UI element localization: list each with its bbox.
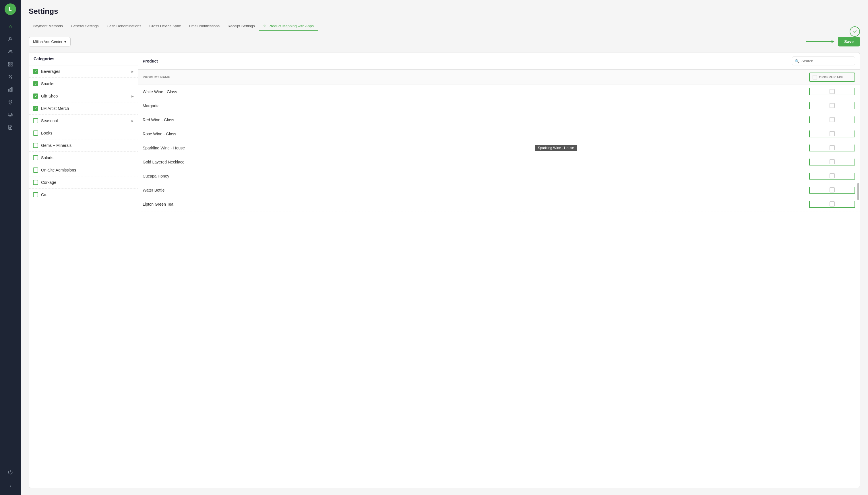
collapse-sidebar-button[interactable]: ›: [4, 480, 16, 492]
table-row[interactable]: Gold Layered Necklace: [138, 155, 860, 169]
percent-icon[interactable]: [4, 71, 16, 83]
settings-tabs: Payment Methods General Settings Cash De…: [29, 21, 318, 31]
category-checkbox-seasonal[interactable]: [33, 118, 38, 123]
table-row[interactable]: Rose Wine - Glass: [138, 127, 860, 141]
device-icon[interactable]: [4, 109, 16, 120]
category-checkbox-giftshop[interactable]: [33, 93, 38, 99]
category-checkbox-onsite[interactable]: [33, 168, 38, 173]
svg-line-9: [9, 75, 12, 79]
category-checkbox-snacks[interactable]: [33, 81, 38, 86]
tab-email-notifications[interactable]: Email Notifications: [185, 21, 224, 31]
category-checkbox-combo[interactable]: [33, 192, 38, 197]
save-button[interactable]: Save: [838, 37, 860, 47]
tab-payment-methods[interactable]: Payment Methods: [29, 21, 67, 31]
category-checkbox-salads[interactable]: [33, 155, 38, 160]
list-item[interactable]: Snacks: [29, 78, 138, 90]
col-product-name-header: PRODUCT NAME: [143, 75, 809, 79]
avatar[interactable]: L: [4, 3, 16, 15]
category-checkbox-gems[interactable]: [33, 143, 38, 148]
svg-point-2: [10, 50, 12, 52]
product-checkbox-white-wine[interactable]: [830, 89, 835, 94]
product-checkbox-rose-wine[interactable]: [830, 131, 835, 136]
green-status-icon: [850, 27, 860, 37]
chevron-right-icon: ▶: [131, 95, 134, 98]
select-all-checkbox[interactable]: [813, 75, 817, 80]
arrow-indicator: [806, 39, 834, 45]
table-row[interactable]: Sparkling Wine - House Sparkling Wine - …: [138, 141, 860, 155]
table-row[interactable]: Cucapa Honey: [138, 169, 860, 183]
table-row[interactable]: Water Bottle: [138, 183, 860, 197]
scrollbar-indicator[interactable]: [857, 183, 859, 200]
chart-icon[interactable]: [4, 84, 16, 95]
category-checkbox-beverages[interactable]: [33, 69, 38, 74]
product-table-header: PRODUCT NAME ORDERUP APP: [138, 70, 860, 85]
toolbar-right: Save: [806, 37, 860, 47]
svg-point-7: [9, 75, 10, 76]
list-item[interactable]: Seasonal ▶: [29, 115, 138, 127]
product-checkbox-red-wine[interactable]: [830, 117, 835, 122]
search-icon: 🔍: [795, 59, 799, 63]
list-item[interactable]: Corkage: [29, 176, 138, 189]
page-title: Settings: [29, 7, 860, 16]
group-icon[interactable]: [4, 46, 16, 57]
svg-rect-10: [8, 89, 9, 91]
product-checkbox-wrap: [809, 173, 855, 180]
svg-rect-4: [11, 62, 12, 64]
search-input[interactable]: [792, 56, 855, 65]
product-checkbox-gold-necklace[interactable]: [830, 159, 835, 164]
power-icon[interactable]: [4, 466, 16, 478]
svg-rect-12: [12, 87, 12, 91]
svg-rect-11: [10, 88, 11, 91]
product-checkbox-water-bottle[interactable]: [830, 187, 835, 192]
product-checkbox-wrap: [809, 102, 855, 109]
product-checkbox-cucapa[interactable]: [830, 173, 835, 178]
categories-panel: Categories Beverages ▶ Snacks Gift Shop …: [29, 52, 138, 488]
list-item[interactable]: Gift Shop ▶: [29, 90, 138, 102]
tab-receipt-settings[interactable]: Receipt Settings: [224, 21, 259, 31]
product-list: White Wine - Glass Margarita Red Wine - …: [138, 85, 860, 488]
product-panel-title: Product: [143, 59, 158, 63]
tab-cross-device-sync[interactable]: Cross Device Sync: [145, 21, 185, 31]
chevron-down-icon: ▾: [64, 39, 66, 44]
list-item[interactable]: Salads: [29, 152, 138, 164]
home-icon[interactable]: ⌂: [4, 21, 16, 32]
list-item[interactable]: Books: [29, 127, 138, 139]
tab-general-settings[interactable]: General Settings: [67, 21, 103, 31]
svg-rect-5: [8, 65, 10, 66]
product-checkbox-wrap: [809, 88, 855, 95]
report-icon[interactable]: [4, 122, 16, 133]
product-checkbox-wrap: [809, 158, 855, 166]
tooltip-sparkling-wine: Sparkling Wine - House: [535, 145, 577, 151]
users-icon[interactable]: [4, 33, 16, 45]
grid-icon[interactable]: [4, 58, 16, 70]
category-checkbox-corkage[interactable]: [33, 180, 38, 185]
table-row[interactable]: White Wine - Glass: [138, 85, 860, 99]
table-row[interactable]: Margarita: [138, 99, 860, 113]
list-item[interactable]: Gems + Minerals: [29, 139, 138, 152]
product-checkbox-margarita[interactable]: [830, 103, 835, 108]
category-list: Beverages ▶ Snacks Gift Shop ▶ LM Artist…: [29, 65, 138, 488]
svg-rect-6: [11, 65, 12, 66]
svg-rect-3: [8, 62, 10, 64]
product-panel: Product 🔍 PRODUCT NAME ORDERUP APP White…: [138, 52, 860, 488]
svg-point-8: [11, 78, 12, 78]
product-checkbox-sparkling-wine[interactable]: [830, 145, 835, 150]
table-row[interactable]: Red Wine - Glass: [138, 113, 860, 127]
list-item[interactable]: LM Artist Merch: [29, 102, 138, 115]
tab-product-mapping[interactable]: ☆ Product Mapping with Apps: [259, 21, 318, 31]
table-row[interactable]: Lipton Green Tea: [138, 197, 860, 211]
location-icon[interactable]: [4, 96, 16, 108]
tab-cash-denominations[interactable]: Cash Denominations: [103, 21, 146, 31]
sidebar-bottom: ›: [4, 466, 16, 492]
list-item[interactable]: Co...: [29, 189, 138, 201]
product-checkbox-lipton[interactable]: [830, 201, 835, 206]
category-checkbox-books[interactable]: [33, 131, 38, 136]
product-checkbox-wrap: [809, 201, 855, 208]
list-item[interactable]: Beverages ▶: [29, 65, 138, 78]
category-checkbox-lm-artist[interactable]: [33, 106, 38, 111]
content-area: Categories Beverages ▶ Snacks Gift Shop …: [29, 52, 860, 488]
svg-rect-14: [8, 113, 12, 115]
location-dropdown[interactable]: Millan Arts Center ▾: [29, 37, 71, 47]
product-checkbox-wrap: [809, 131, 855, 137]
list-item[interactable]: On-Site Admissions: [29, 164, 138, 176]
